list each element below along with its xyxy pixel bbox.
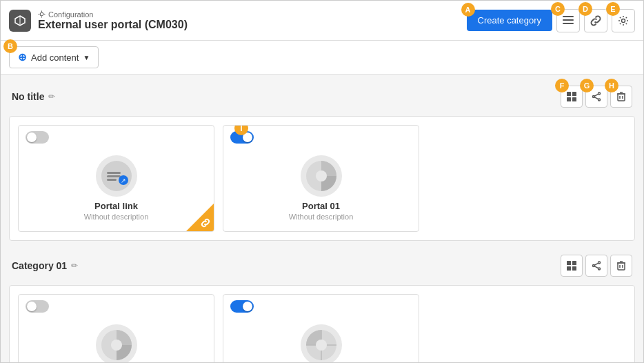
svg-line-18 xyxy=(594,94,598,96)
card-portal-01-icon-area xyxy=(223,148,419,201)
svg-rect-28 xyxy=(107,179,117,181)
svg-rect-36 xyxy=(572,266,576,271)
svg-rect-27 xyxy=(107,175,121,177)
section-no-title: No title ✏ F xyxy=(9,81,635,241)
section-1-edit-icon[interactable]: ✏ xyxy=(48,92,55,101)
card-cat01-portal01-icon-area xyxy=(19,317,214,362)
section-2-grid-button[interactable] xyxy=(561,255,583,277)
section-2-actions xyxy=(561,255,632,277)
section-2-header: Category 01 ✏ xyxy=(9,251,635,281)
svg-rect-14 xyxy=(572,97,576,101)
header-right: A Create category C D xyxy=(467,9,636,32)
main-title: External user portal (CM030) xyxy=(38,19,188,31)
toggle-knob xyxy=(27,133,37,142)
svg-text:↗: ↗ xyxy=(121,177,126,184)
card-external: External Without description xyxy=(223,294,419,362)
section-1-title: No title xyxy=(12,91,44,102)
svg-rect-33 xyxy=(567,261,571,265)
app-window: Configuration External user portal (CM03… xyxy=(0,0,644,363)
link-icon-wrapper: D xyxy=(584,9,607,32)
annotation-F: F xyxy=(555,79,569,92)
svg-rect-13 xyxy=(567,97,571,101)
svg-rect-42 xyxy=(618,263,625,270)
card-portal-01: I xyxy=(223,125,419,232)
annotation-G: G xyxy=(580,79,594,92)
section-2-cards: Portal 01 Without description xyxy=(9,285,635,362)
svg-rect-26 xyxy=(107,172,121,174)
annotation-E: E xyxy=(606,2,620,16)
card-external-toggle-area xyxy=(223,295,419,317)
section-1-grid-wrapper: F xyxy=(561,86,583,108)
add-content-label: Add content xyxy=(31,52,79,63)
section-1-share-wrapper: G xyxy=(585,86,607,108)
card-external-toggle[interactable] xyxy=(230,300,254,313)
svg-rect-20 xyxy=(618,94,625,101)
svg-line-40 xyxy=(594,263,598,265)
card-portal-link-desc: Without description xyxy=(19,213,214,228)
section-1-cards: ↗ Portal link Without description xyxy=(9,116,635,241)
card-portal-01-desc: Without description xyxy=(223,213,419,228)
card-portal-link-toggle[interactable] xyxy=(26,131,49,144)
header-titles: Configuration External user portal (CM03… xyxy=(38,10,188,31)
annotation-A: A xyxy=(461,3,475,17)
main-content: No title ✏ F xyxy=(1,75,643,362)
create-category-wrapper: A Create category xyxy=(467,10,553,31)
svg-rect-8 xyxy=(563,19,574,21)
svg-point-10 xyxy=(622,19,625,22)
header-left: Configuration External user portal (CM03… xyxy=(9,10,188,32)
svg-point-37 xyxy=(598,262,601,264)
dropdown-arrow-icon: ▼ xyxy=(83,54,90,61)
section-2-delete-button[interactable] xyxy=(610,255,632,277)
svg-point-48 xyxy=(111,340,122,351)
toolbar: B ⊕ Add content ▼ xyxy=(1,41,643,75)
svg-line-19 xyxy=(594,97,598,99)
annotation-B: B xyxy=(3,39,17,53)
section-1-title-area: No title ✏ xyxy=(12,91,55,102)
card-portal-link-toggle-area xyxy=(19,126,214,148)
svg-rect-34 xyxy=(572,261,576,265)
card-cat01-portal01: Portal 01 Without description xyxy=(18,294,214,362)
card-cat01-portal01-toggle[interactable] xyxy=(26,300,49,313)
svg-rect-12 xyxy=(572,92,576,96)
create-category-button[interactable]: Create category xyxy=(467,10,553,31)
annotation-D: D xyxy=(578,2,592,16)
card-link-badge xyxy=(186,204,214,231)
portal-01-icon xyxy=(301,155,342,197)
section-2-edit-icon[interactable]: ✏ xyxy=(71,261,78,271)
add-icon: ⊕ xyxy=(18,51,27,63)
svg-rect-9 xyxy=(563,23,574,24)
section-1-delete-wrapper: H xyxy=(610,86,632,108)
section-1-actions: F G xyxy=(561,86,632,108)
section-category-01: Category 01 ✏ xyxy=(9,251,635,362)
svg-rect-35 xyxy=(567,266,571,271)
svg-rect-7 xyxy=(563,16,574,17)
svg-point-15 xyxy=(598,92,601,95)
card-portal-01-title: Portal 01 xyxy=(223,201,419,213)
svg-point-2 xyxy=(40,12,43,16)
section-toggle-wrap-I: I xyxy=(230,131,254,144)
svg-point-52 xyxy=(316,340,327,351)
app-icon xyxy=(9,10,31,32)
header-config: Configuration xyxy=(38,10,188,19)
gear-icon-wrapper: E xyxy=(612,9,635,32)
config-label: Configuration xyxy=(48,10,93,19)
section-2-share-button[interactable] xyxy=(585,255,607,277)
card-portal-link-icon-area: ↗ xyxy=(19,148,214,201)
svg-line-41 xyxy=(594,266,598,268)
add-content-button[interactable]: ⊕ Add content ▼ xyxy=(9,46,99,68)
section-1-header: No title ✏ F xyxy=(9,81,635,112)
section-2-title: Category 01 xyxy=(12,260,67,271)
annotation-H: H xyxy=(605,79,618,92)
card-portal-link-title: Portal link xyxy=(19,201,214,213)
svg-rect-11 xyxy=(567,92,571,96)
toggle-knob xyxy=(243,302,252,311)
external-icon xyxy=(301,324,342,362)
header: Configuration External user portal (CM03… xyxy=(1,1,643,41)
svg-point-17 xyxy=(598,99,601,101)
card-external-icon-area xyxy=(223,317,419,362)
svg-point-39 xyxy=(598,268,601,270)
svg-point-32 xyxy=(316,170,327,182)
card-cat01-portal01-toggle-area xyxy=(19,295,214,317)
list-icon-wrapper: C xyxy=(556,9,580,32)
card-portal-01-toggle-area: I xyxy=(223,126,419,148)
